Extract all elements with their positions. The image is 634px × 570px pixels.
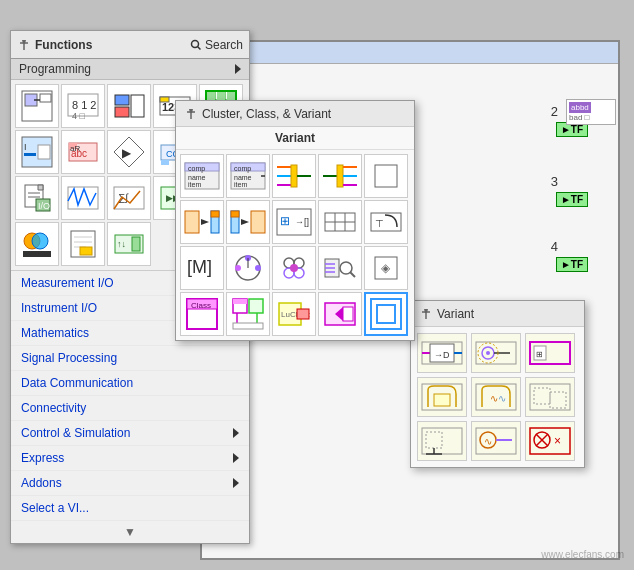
variant-icon-5-svg: ∿ ∿	[474, 380, 518, 414]
svg-text:↑↓: ↑↓	[117, 239, 126, 249]
cluster-icon-comp2[interactable]: comp name item	[226, 154, 270, 198]
icon-boolean[interactable]	[107, 84, 151, 128]
unbundle-icon	[321, 157, 359, 195]
cluster-icon-comp1[interactable]: comp name item	[180, 154, 224, 198]
svg-marker-104	[241, 219, 249, 225]
variant-icon-4[interactable]	[417, 377, 467, 417]
search-button[interactable]: Search	[190, 38, 243, 52]
svg-text:I/O: I/O	[38, 201, 50, 211]
express-arrow	[233, 453, 239, 463]
control-simulation-arrow	[233, 428, 239, 438]
cluster-icon-search[interactable]	[318, 246, 362, 290]
cluster-icon-class1[interactable]: Class	[180, 292, 224, 336]
variant-icon-6[interactable]	[525, 377, 575, 417]
cluster-icon-empty[interactable]	[364, 154, 408, 198]
cluster-icon-reshape[interactable]	[318, 200, 362, 244]
svg-rect-24	[217, 92, 225, 100]
icon-waveform[interactable]	[61, 176, 105, 220]
cluster-icon-unbundle[interactable]	[318, 154, 362, 198]
cluster-icon-cluster-box[interactable]	[364, 292, 408, 336]
variant-icon-3[interactable]: ⊞	[525, 333, 575, 373]
bundle-icon	[275, 157, 313, 195]
cluster-arr-icon	[183, 203, 221, 241]
variant-icon-2-svg	[474, 336, 518, 370]
cluster-icon-rotate[interactable]	[226, 246, 270, 290]
svg-text:Class: Class	[191, 301, 211, 310]
tf-block-4: ►TF	[556, 257, 588, 272]
color-icon	[20, 227, 54, 261]
svg-point-119	[235, 265, 241, 271]
svg-text:▶: ▶	[122, 146, 132, 160]
sort-icon	[275, 249, 313, 287]
svg-rect-97	[375, 165, 397, 187]
icon-net[interactable]: ↑↓	[107, 222, 151, 266]
menu-item-control-simulation[interactable]: Control & Simulation	[11, 421, 249, 446]
math-icon: ∑∫	[112, 181, 146, 215]
cluster-icon-variant-convert[interactable]	[318, 292, 362, 336]
svg-rect-145	[297, 309, 309, 319]
menu-item-express[interactable]: Express	[11, 446, 249, 471]
cluster-icon-bundle[interactable]	[272, 154, 316, 198]
string-icon: abc aR	[66, 135, 100, 169]
icon-report[interactable]	[61, 222, 105, 266]
svg-rect-13	[115, 107, 129, 117]
abcd-block: abbd bad □	[566, 99, 616, 125]
cluster-icon-arr-to-cluster[interactable]	[226, 200, 270, 244]
report-icon	[66, 227, 100, 261]
variant-icon-9[interactable]: ×	[525, 421, 575, 461]
icon-struct[interactable]	[15, 84, 59, 128]
svg-rect-148	[343, 307, 353, 321]
transpose-icon: ⊤	[367, 203, 405, 241]
svg-text:8 1 2: 8 1 2	[72, 99, 96, 111]
variant-icon-2[interactable]	[471, 333, 521, 373]
functions-title: Functions	[35, 38, 92, 52]
cluster-icon-matrix[interactable]: [M]	[180, 246, 224, 290]
icon-io-control[interactable]: I	[15, 130, 59, 174]
menu-item-data-communication[interactable]: Data Communication	[11, 371, 249, 396]
cluster-icon-pick-line[interactable]: ◈	[364, 246, 408, 290]
variant-section-label: Variant	[176, 127, 414, 150]
cluster-icons-grid: comp name item comp name item	[176, 150, 414, 340]
svg-text:⊞: ⊞	[280, 214, 290, 228]
variant-icon-8[interactable]: ∿	[471, 421, 521, 461]
icon-string[interactable]: abc aR	[61, 130, 105, 174]
variant-icon-1[interactable]: →D	[417, 333, 467, 373]
icon-numeric[interactable]: 8 1 2 4 □	[61, 84, 105, 128]
menu-item-select-vi[interactable]: Select a VI...	[11, 496, 249, 521]
functions-title-area: Functions	[17, 38, 92, 52]
svg-rect-150	[377, 305, 395, 323]
variant-pin-icon	[419, 307, 433, 321]
rotate-icon	[229, 249, 267, 287]
svg-rect-139	[249, 299, 263, 313]
svg-rect-105	[251, 211, 265, 233]
svg-rect-142	[233, 323, 263, 329]
menu-item-connectivity[interactable]: Connectivity	[11, 396, 249, 421]
programming-label[interactable]: Programming	[11, 59, 249, 80]
icon-comparison[interactable]: ▶	[107, 130, 151, 174]
menu-item-addons[interactable]: Addons	[11, 471, 249, 496]
icon-math[interactable]: ∑∫	[107, 176, 151, 220]
cluster-header: Cluster, Class, & Variant	[176, 101, 414, 127]
matrix-icon: [M]	[183, 249, 221, 287]
menu-item-signal-processing[interactable]: Signal Processing	[11, 346, 249, 371]
cluster-icon-luclass[interactable]: LuClazz	[272, 292, 316, 336]
cluster-icon-index-arr[interactable]: ⊞ →[]	[272, 200, 316, 244]
cluster-icon-sort[interactable]	[272, 246, 316, 290]
svg-text:∿: ∿	[484, 436, 492, 447]
scroll-down[interactable]: ▼	[11, 521, 249, 543]
variant-icon-5[interactable]: ∿ ∿	[471, 377, 521, 417]
cluster-panel: Cluster, Class, & Variant Variant comp n…	[175, 100, 415, 341]
icon-color[interactable]	[15, 222, 59, 266]
comp1-icon: comp name item	[183, 157, 221, 195]
cluster-icon-class2[interactable]	[226, 292, 270, 336]
svg-rect-23	[207, 92, 215, 100]
icon-file-io[interactable]: I/O	[15, 176, 59, 220]
luclass-icon: LuClazz	[275, 295, 313, 333]
cluster-icon-cluster-to-arr[interactable]	[180, 200, 224, 244]
cluster-icon-transpose[interactable]: ⊤	[364, 200, 408, 244]
svg-rect-98	[185, 211, 199, 233]
variant-icon-7[interactable]	[417, 421, 467, 461]
class1-icon: Class	[183, 295, 221, 333]
svg-text:×: ×	[554, 434, 561, 448]
net-icon: ↑↓	[112, 227, 146, 261]
